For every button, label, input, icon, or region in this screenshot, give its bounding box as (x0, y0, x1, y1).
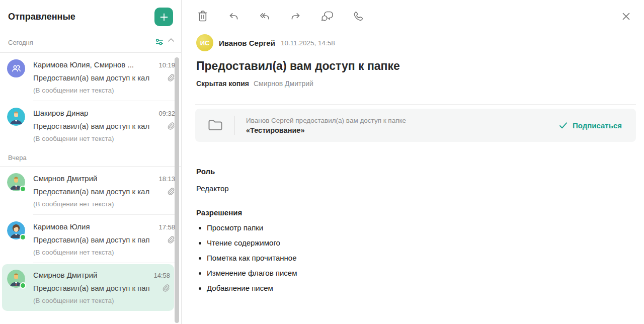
close-icon (621, 12, 631, 21)
mail-list-pane: Отправленные Сегодня (0, 0, 182, 324)
message-preview: (В сообщении нет текста) (33, 249, 175, 256)
person-avatar-icon (7, 108, 25, 126)
subscribe-label: Подписаться (573, 121, 622, 130)
sender-names: Смирнов Дмитрий (33, 174, 154, 183)
message-subject: Предоставил(а) вам доступ к кал (33, 187, 165, 196)
permission-item: Пометка как прочитанное (207, 254, 632, 262)
compose-button[interactable] (154, 8, 173, 26)
permission-item: Чтение содержимого (207, 238, 632, 247)
permission-item: Добавление писем (207, 284, 632, 292)
scroll-up-button[interactable] (167, 37, 175, 43)
list-scrollbar[interactable] (175, 57, 179, 323)
avatar (7, 59, 25, 77)
sender-names: Каримова Юлия (33, 222, 154, 231)
message-time: 10:19 (158, 61, 175, 69)
mail-list-item[interactable]: Шакиров Динар 09:32 Предоставил(а) вам д… (0, 101, 181, 149)
sidebar-header: Отправленные (0, 0, 181, 26)
trash-icon (197, 10, 209, 23)
reply-button[interactable] (227, 10, 240, 22)
mail-list-item-selected[interactable]: Смирнов Дмитрий 14:58 Предоставил(а) вам… (2, 264, 174, 311)
avatar (7, 173, 25, 191)
mail-app: Отправленные Сегодня (0, 0, 644, 324)
attachment-icon (161, 283, 170, 292)
avatar (7, 270, 25, 288)
header-divider (195, 104, 636, 105)
call-button[interactable] (352, 10, 365, 22)
role-label: Роль (196, 167, 632, 176)
message-time: 09:32 (158, 110, 175, 117)
sender-names: Смирнов Дмитрий (33, 271, 149, 279)
online-status-dot (20, 186, 26, 192)
message-preview: (В сообщении нет текста) (33, 200, 175, 208)
message-time: 18:13 (158, 175, 175, 183)
phone-icon (352, 10, 365, 22)
notice-description: Иванов Сергей предоставил(а) вам доступ … (246, 117, 559, 124)
reply-all-button[interactable] (258, 10, 271, 22)
sender-names: Шакиров Динар (33, 109, 154, 117)
message-header: ИС Иванов Сергей 10.11.2025, 14:58 Предо… (182, 28, 644, 88)
permissions-label: Разрешения (196, 208, 632, 217)
mail-list-item[interactable]: Каримова Юлия 17:58 Предоставил(а) вам д… (0, 215, 181, 263)
chat-bubbles-icon (320, 10, 334, 22)
bcc-label: Скрытая копия (196, 79, 249, 88)
attachment-icon (166, 121, 175, 130)
folder-icon (207, 118, 223, 133)
sender-names: Каримова Юлия, Смирнов ... (33, 60, 154, 69)
permission-item: Просмотр папки (207, 223, 632, 232)
online-status-dot (20, 234, 26, 240)
today-section-header: Сегодня (0, 26, 181, 53)
sender-avatar: ИС (196, 34, 213, 51)
group-icon (10, 62, 22, 74)
mail-list-item[interactable]: Смирнов Дмитрий 18:13 Предоставил(а) вам… (0, 167, 181, 215)
subscribe-button[interactable]: Подписаться (559, 121, 622, 130)
message-preview: (В сообщении нет текста) (33, 135, 175, 142)
message-subject: Предоставил(а) вам доступ к кал (33, 122, 165, 130)
folder-share-notice: Иванов Сергей предоставил(а) вам доступ … (195, 109, 636, 142)
message-title: Предоставил(а) вам доступ к папке (196, 59, 632, 73)
plus-icon (159, 13, 169, 22)
forward-icon (289, 10, 302, 22)
avatar (7, 221, 25, 239)
mail-list-item[interactable]: Каримова Юлия, Смирнов ... 10:19 Предост… (0, 53, 181, 101)
attachment-icon (166, 235, 175, 244)
bcc-recipient: Смирнов Дмитрий (254, 79, 313, 88)
sender-name: Иванов Сергей (219, 39, 275, 47)
permission-item: Изменение флагов писем (207, 269, 632, 277)
chat-button[interactable] (320, 10, 334, 22)
message-time: 14:58 (153, 272, 170, 279)
message-subject: Предоставил(а) вам доступ к кал (33, 73, 165, 82)
message-pane: ИС Иванов Сергей 10.11.2025, 14:58 Предо… (182, 0, 644, 324)
forward-button[interactable] (289, 10, 302, 22)
message-subject: Предоставил(а) вам доступ к пап (33, 235, 165, 244)
folder-title: Отправленные (8, 12, 75, 22)
notice-divider (234, 116, 235, 135)
delete-button[interactable] (197, 10, 209, 23)
reply-icon (227, 10, 240, 22)
chevron-up-icon (167, 37, 175, 43)
attachment-icon (166, 73, 175, 82)
attachment-icon (166, 187, 175, 196)
yesterday-section-header: Вчера (0, 149, 181, 167)
message-toolbar (182, 0, 644, 28)
role-value: Редактор (196, 184, 632, 193)
message-preview: (В сообщении нет текста) (33, 297, 170, 304)
filter-button[interactable] (154, 37, 165, 48)
message-time: 17:58 (158, 223, 175, 231)
check-icon (559, 122, 568, 129)
permissions-list: Просмотр папки Чтение содержимого Пометк… (196, 223, 632, 292)
message-date: 10.11.2025, 14:58 (281, 39, 335, 47)
message-body: Роль Редактор Разрешения Просмотр папки … (182, 142, 644, 292)
shared-folder-name: «Тестирование» (246, 126, 559, 134)
message-preview: (В сообщении нет текста) (33, 87, 175, 94)
message-subject: Предоставил(а) вам доступ к пап (33, 284, 160, 292)
close-message-button[interactable] (621, 12, 631, 21)
filter-sliders-icon (154, 37, 165, 48)
reply-all-icon (258, 10, 271, 22)
avatar (7, 108, 25, 126)
online-status-dot (20, 282, 26, 289)
today-label: Сегодня (8, 39, 154, 46)
